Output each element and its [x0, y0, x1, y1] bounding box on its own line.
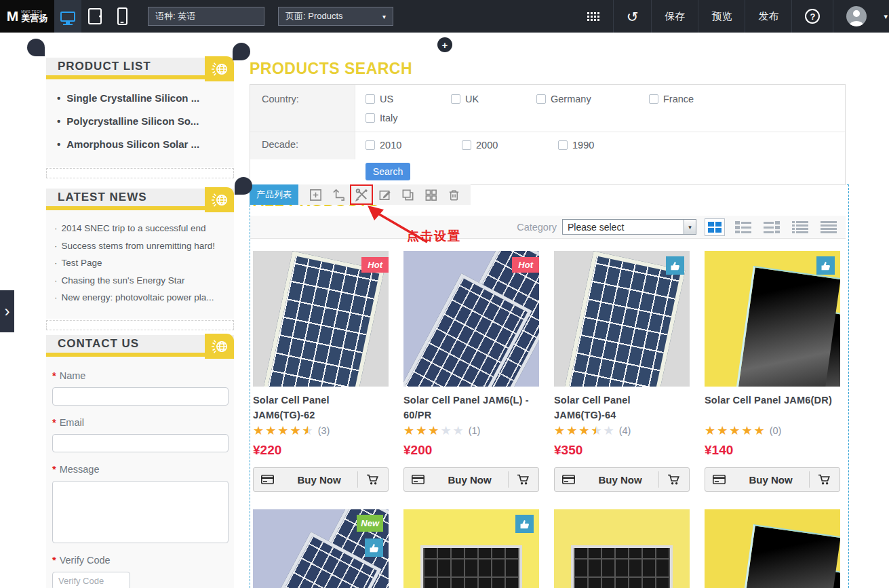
news-link[interactable]: ·2014 SNEC trip to a successful end	[54, 223, 229, 233]
category-dropdown[interactable]: Please select ▾	[562, 219, 696, 235]
product-category-link[interactable]: •Polycrystalline Silicon So...	[57, 115, 227, 127]
delete-widget-icon[interactable]	[442, 184, 465, 205]
cart-icon	[509, 474, 538, 486]
message-field[interactable]	[52, 481, 229, 543]
page-select[interactable]: 页面: Products ▾	[278, 7, 393, 26]
filter-checkbox-us[interactable]: US	[366, 93, 451, 106]
filter-checkbox-germany[interactable]: Germany	[536, 93, 649, 106]
news-link[interactable]: ·Test Page	[54, 258, 229, 268]
save-button[interactable]: 保存	[652, 0, 698, 33]
sun-globe-icon	[205, 56, 234, 81]
star-icon: ★	[416, 425, 427, 437]
filter-checkbox-italy[interactable]: Italy	[366, 112, 451, 125]
product-image[interactable]: Hot	[253, 251, 389, 387]
thumbs-up-badge	[666, 256, 684, 275]
filter-checkbox-2000[interactable]: 2000	[462, 138, 558, 152]
cart-icon	[810, 474, 839, 486]
add-widget-icon[interactable]	[304, 184, 327, 205]
layout-grid-icon[interactable]	[419, 184, 442, 205]
product-name[interactable]: Solar Cell Panel JAM6(L) - 60/PR	[403, 393, 539, 422]
product-rating: ★★★★★★(4)	[554, 425, 690, 437]
view-grid-button[interactable]	[705, 218, 725, 236]
star-icon: ★	[277, 425, 288, 437]
help-button[interactable]: ?	[792, 0, 833, 33]
star-icon: ★	[741, 425, 752, 437]
news-link[interactable]: ·Success stems from unremitting hard!	[54, 241, 229, 251]
empty-widget-placeholder[interactable]	[46, 168, 234, 178]
product-card: New	[253, 509, 389, 588]
product-image[interactable]: New	[253, 509, 389, 588]
latest-news-header: LATEST NEWS	[46, 189, 234, 210]
panel-expand-toggle[interactable]: ›	[0, 290, 14, 332]
drag-handle[interactable]	[27, 39, 45, 56]
filter-checkbox-france[interactable]: France	[649, 93, 734, 106]
product-name[interactable]: Solar Cell Panel JAM6(TG)-64	[554, 393, 690, 422]
copy-widget-icon[interactable]	[396, 184, 419, 205]
widget-tab-product-list[interactable]: 产品列表	[250, 184, 298, 205]
drag-handle[interactable]	[235, 177, 252, 195]
product-image[interactable]	[403, 509, 539, 588]
empty-widget-placeholder[interactable]	[46, 320, 234, 330]
star-icon: ★	[290, 425, 300, 437]
mobile-view-button[interactable]	[108, 0, 136, 33]
history-button[interactable]: ↺	[614, 0, 652, 33]
language-select[interactable]: 语种: 英语	[148, 7, 264, 26]
star-empty-icon: ★	[453, 425, 464, 437]
settings-tools-icon[interactable]	[350, 184, 373, 205]
publish-button[interactable]: 发布	[745, 0, 791, 33]
new-badge: New	[357, 515, 383, 532]
filter-checkbox-1990[interactable]: 1990	[558, 138, 654, 152]
required-mark: *	[52, 464, 56, 475]
filter-row: Country:USUKGermanyFranceItaly	[250, 85, 845, 132]
news-link[interactable]: ·New energy: photovoltaic power pla...	[54, 292, 229, 302]
language-select-label: 语种: 英语	[155, 10, 195, 22]
product-category-link[interactable]: •Single Crystalline Silicon ...	[57, 92, 227, 104]
filter-checkbox-uk[interactable]: UK	[451, 93, 536, 106]
view-detail-list-button[interactable]	[790, 218, 810, 236]
product-image[interactable]	[554, 251, 690, 387]
product-category-link[interactable]: •Amorphous Silicon Solar ...	[57, 138, 227, 150]
resize-widget-icon[interactable]	[327, 184, 350, 205]
dot-icon: ·	[54, 258, 58, 268]
product-image[interactable]: Hot	[403, 251, 539, 387]
view-list-large-button[interactable]	[733, 218, 753, 236]
view-list-alt-button[interactable]	[762, 218, 782, 236]
product-category-list: •Single Crystalline Silicon ...•Polycrys…	[46, 79, 234, 150]
product-grid: Hot Solar Cell Panel JAM6(TG)-62 ★★★★★★(…	[253, 251, 846, 588]
star-icon: ★	[403, 425, 414, 437]
add-section-button[interactable]: +	[437, 37, 452, 52]
edit-widget-icon[interactable]	[373, 184, 396, 205]
tablet-view-button[interactable]	[81, 0, 108, 33]
product-name[interactable]: Solar Cell Panel JAM6(DR)	[705, 393, 840, 422]
checkbox-icon	[366, 140, 375, 150]
buy-now-button[interactable]: Buy Now	[705, 467, 840, 492]
dot-icon: ·	[54, 223, 58, 233]
buy-now-button[interactable]: Buy Now	[554, 467, 690, 492]
filter-row-label: Decade:	[250, 132, 355, 159]
product-image[interactable]	[554, 509, 690, 588]
preview-button[interactable]: 预览	[698, 0, 745, 33]
product-image[interactable]	[705, 509, 840, 588]
verify-code-field[interactable]	[52, 572, 130, 588]
name-field[interactable]	[52, 387, 229, 406]
product-name[interactable]: Solar Cell Panel JAM6(TG)-62	[253, 393, 389, 422]
news-link[interactable]: ·Chasing the sun's Energy Star	[54, 275, 229, 286]
email-field[interactable]	[52, 434, 229, 452]
account-button[interactable]	[833, 0, 880, 33]
cart-icon	[659, 474, 689, 486]
news-list: ·2014 SNEC trip to a successful end·Succ…	[46, 210, 234, 302]
product-rating: ★★★★★(0)	[705, 425, 840, 437]
search-button[interactable]: Search	[366, 163, 410, 180]
view-lines-button[interactable]	[818, 218, 839, 236]
product-image[interactable]	[705, 251, 840, 387]
components-grid-button[interactable]	[574, 0, 613, 33]
bullet-icon: •	[57, 115, 60, 127]
filter-checkbox-2010[interactable]: 2010	[366, 138, 462, 152]
mobile-icon	[117, 7, 127, 25]
plus-icon: +	[442, 39, 448, 51]
buy-now-button[interactable]: Buy Now	[403, 467, 539, 492]
buy-now-button[interactable]: Buy Now	[253, 467, 389, 492]
desktop-view-button[interactable]	[54, 0, 81, 33]
drag-handle[interactable]	[233, 43, 250, 60]
filter-row: Decade:201020001990	[250, 132, 845, 159]
